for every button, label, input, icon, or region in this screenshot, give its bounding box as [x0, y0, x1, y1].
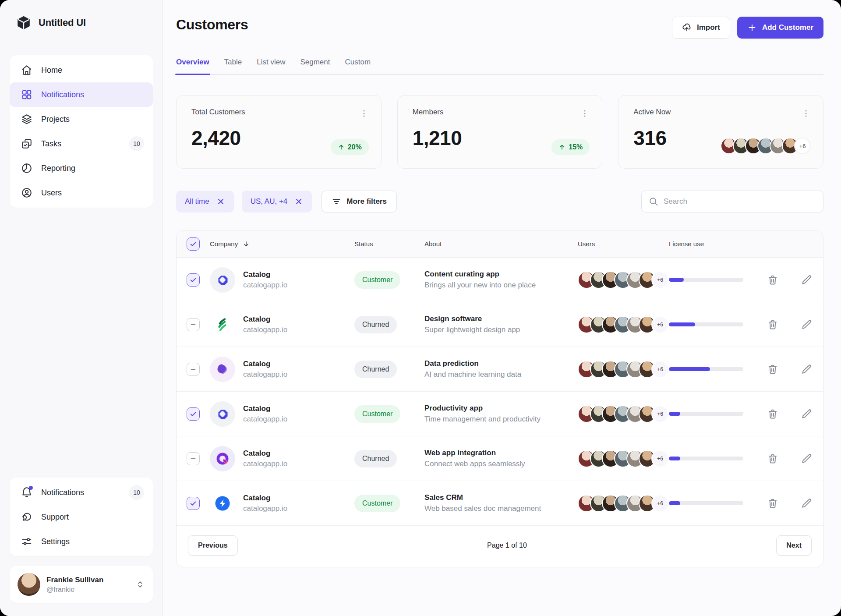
filter-chip-0[interactable]: All time	[176, 191, 234, 212]
sidebar-item-label: Settings	[41, 537, 70, 546]
tab-custom[interactable]: Custom	[345, 58, 371, 74]
filter-chip-1[interactable]: US, AU, +4	[242, 191, 312, 212]
status-cell: Customer	[354, 495, 424, 512]
sidebar-item-users[interactable]: Users	[10, 181, 153, 205]
delete-row-button[interactable]	[764, 361, 781, 378]
edit-row-button[interactable]	[799, 316, 815, 333]
status-cell: Churned	[354, 450, 424, 467]
sidebar-item-projects[interactable]: Projects	[10, 107, 153, 131]
notification-dot	[29, 486, 33, 490]
company-cell[interactable]: Catalog catalogapp.io	[210, 267, 354, 293]
row-checkbox[interactable]	[187, 318, 200, 331]
edit-row-button[interactable]	[799, 450, 815, 467]
column-header-company[interactable]: Company	[210, 240, 354, 248]
kebab-menu-icon[interactable]	[357, 107, 371, 120]
column-header-users[interactable]: Users	[578, 240, 669, 248]
next-page-button[interactable]: Next	[776, 535, 812, 556]
previous-page-button[interactable]: Previous	[188, 535, 238, 556]
sidebar: Untitled UI Home Notifications Projects …	[0, 0, 163, 616]
users-cell: +6	[578, 450, 669, 467]
row-checkbox[interactable]	[187, 497, 200, 510]
x-close-icon[interactable]	[216, 197, 225, 206]
row-checkbox[interactable]	[187, 452, 200, 465]
user-circle-icon	[21, 187, 32, 198]
tab-table[interactable]: Table	[224, 58, 242, 74]
tab-list-view[interactable]: List view	[257, 58, 285, 74]
delete-row-button[interactable]	[764, 272, 781, 288]
sidebar-footer-nav: Notifications 10 Support Settings	[10, 478, 153, 556]
more-filters-button[interactable]: More filters	[322, 191, 397, 212]
grid-icon	[21, 89, 32, 100]
sidebar-item-notifications[interactable]: Notifications	[10, 82, 153, 107]
status-header-label: Status	[354, 240, 373, 248]
tab-overview[interactable]: Overview	[176, 58, 209, 74]
edit-row-button[interactable]	[799, 406, 815, 422]
status-cell: Customer	[354, 405, 424, 423]
trend-badge: 20%	[331, 139, 369, 155]
sidebar-badge: 10	[129, 136, 144, 151]
company-logo-octagon-icon	[210, 267, 235, 293]
company-name: Catalog	[243, 404, 287, 413]
profile-card[interactable]: Frankie Sullivan @frankie	[10, 566, 153, 603]
sidebar-item-label: Users	[41, 188, 62, 198]
sidebar-item-settings[interactable]: Settings	[10, 529, 153, 554]
more-filters-label: More filters	[346, 197, 387, 206]
profile-avatar	[18, 573, 40, 596]
license-progress-bar	[669, 457, 743, 460]
import-button[interactable]: Import	[672, 17, 730, 39]
company-domain: catalogapp.io	[243, 370, 287, 379]
about-title: Web app integration	[424, 449, 578, 457]
sidebar-item-support[interactable]: Support	[10, 505, 153, 529]
tab-segment[interactable]: Segment	[300, 58, 330, 74]
add-customer-label: Add Customer	[762, 23, 813, 32]
delete-row-button[interactable]	[764, 495, 781, 512]
kebab-menu-icon[interactable]	[578, 107, 591, 120]
company-cell[interactable]: Catalog catalogapp.io	[210, 312, 354, 337]
delete-row-button[interactable]	[764, 406, 781, 422]
row-checkbox[interactable]	[187, 363, 200, 376]
column-header-about[interactable]: About	[424, 240, 578, 248]
users-cell: +6	[578, 405, 669, 423]
filter-chip-label: All time	[185, 197, 209, 206]
trash-icon	[767, 274, 778, 286]
column-header-license[interactable]: License use	[669, 240, 823, 248]
arrow-up-icon	[338, 144, 345, 151]
brand-name: Untitled UI	[39, 17, 86, 28]
chevron-selector-icon[interactable]	[135, 580, 145, 589]
company-cell[interactable]: Catalog catalogapp.io	[210, 491, 354, 516]
company-logo-octagon-icon	[210, 401, 235, 427]
avatar-overflow-count: +6	[651, 495, 669, 512]
column-header-status[interactable]: Status	[354, 240, 424, 248]
delete-row-button[interactable]	[764, 316, 781, 333]
home-icon	[21, 64, 32, 76]
row-checkbox[interactable]	[187, 407, 200, 421]
company-cell[interactable]: Catalog catalogapp.io	[210, 401, 354, 427]
about-title: Design software	[424, 315, 578, 323]
search-input[interactable]	[664, 197, 816, 206]
sidebar-item-label: Tasks	[41, 139, 61, 149]
edit-row-button[interactable]	[799, 272, 815, 288]
row-avatars: +6	[578, 450, 669, 467]
sidebar-item-notifications[interactable]: Notifications 10	[10, 480, 153, 505]
kebab-menu-icon[interactable]	[799, 107, 813, 120]
select-all-checkbox[interactable]	[187, 237, 200, 251]
users-cell: +6	[578, 361, 669, 378]
sidebar-item-home[interactable]: Home	[10, 58, 153, 82]
row-checkbox[interactable]	[187, 273, 200, 287]
sidebar-item-tasks[interactable]: Tasks 10	[10, 131, 153, 156]
company-name: Catalog	[243, 270, 287, 279]
edit-row-button[interactable]	[799, 495, 815, 512]
stat-card-active-now: Active Now 316 +6	[618, 95, 823, 169]
sidebar-main-nav: Home Notifications Projects Tasks 10 Rep…	[10, 55, 153, 208]
company-cell[interactable]: Catalog catalogapp.io	[210, 446, 354, 471]
sidebar-item-reporting[interactable]: Reporting	[10, 156, 153, 181]
add-customer-button[interactable]: Add Customer	[737, 17, 823, 39]
table-row: Catalog catalogapp.io Customer Content c…	[177, 258, 823, 302]
edit-row-button[interactable]	[799, 361, 815, 378]
delete-row-button[interactable]	[764, 450, 781, 467]
pencil-icon	[801, 453, 813, 464]
x-close-icon[interactable]	[294, 197, 303, 206]
trash-icon	[767, 498, 778, 509]
search-box[interactable]	[641, 191, 823, 212]
company-cell[interactable]: Catalog catalogapp.io	[210, 357, 354, 382]
